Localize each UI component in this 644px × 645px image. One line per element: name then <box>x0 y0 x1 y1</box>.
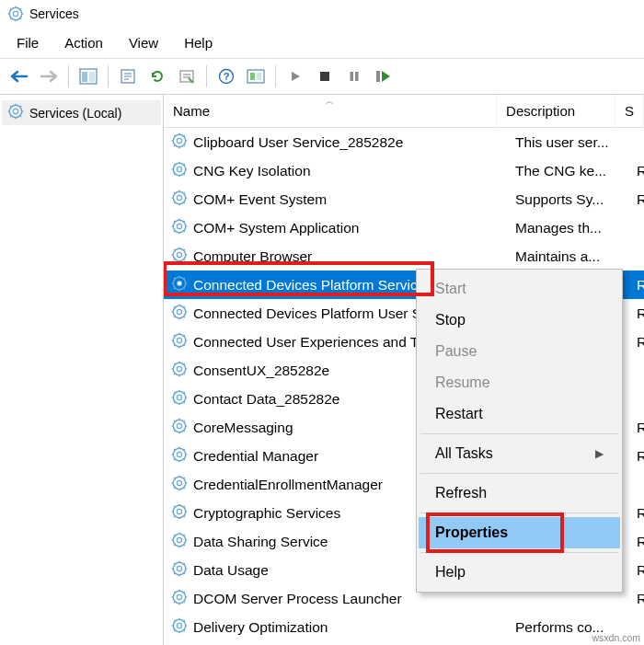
show-hide-tree-button[interactable] <box>75 63 102 90</box>
service-name: Delivery Optimization <box>193 619 328 636</box>
list-row[interactable]: COM+ System ApplicationManages th... <box>164 213 644 242</box>
ctx-resume[interactable]: Resume <box>419 367 620 398</box>
column-header-status[interactable]: S <box>615 95 644 127</box>
list-row[interactable]: COM+ Event SystemSupports Sy...R <box>164 185 644 213</box>
svg-point-35 <box>177 138 181 143</box>
svg-point-45 <box>177 167 181 171</box>
column-header-name[interactable]: Name ︿ <box>164 95 497 127</box>
svg-rect-22 <box>355 72 359 81</box>
service-name: Data Sharing Service <box>193 534 328 550</box>
gear-icon <box>171 304 188 324</box>
gear-icon <box>171 132 188 153</box>
list-row[interactable]: Computer BrowserMaintains a... <box>164 242 644 271</box>
ctx-start[interactable]: Start <box>419 273 620 305</box>
toolbar-sep-3 <box>206 65 207 87</box>
cell-name: COM+ System Application <box>164 218 506 238</box>
sidebar: Services (Local) <box>0 95 164 645</box>
cell-status: R <box>627 562 644 579</box>
main-area: Services (Local) Name ︿ Description S Cl… <box>0 95 644 645</box>
gear-icon <box>171 218 188 238</box>
list-row[interactable]: Device Association ServiceEnables pairi.… <box>164 641 644 645</box>
gear-icon <box>171 275 188 295</box>
service-name: Computer Browser <box>193 248 312 265</box>
export-list-button[interactable] <box>114 63 142 90</box>
gear-icon <box>7 103 24 122</box>
gear-icon <box>171 247 188 267</box>
services-window: Services File Action View Help ? <box>0 0 644 645</box>
ctx-pause[interactable]: Pause <box>419 336 620 367</box>
svg-point-125 <box>177 395 181 399</box>
cell-status: R <box>627 163 644 179</box>
cell-status: R <box>627 277 644 294</box>
service-name: COM+ System Application <box>193 220 359 236</box>
sort-indicator-icon: ︿ <box>326 96 334 108</box>
pause-service-button[interactable] <box>340 63 368 90</box>
svg-point-205 <box>177 623 181 628</box>
cell-name: Delivery Optimization <box>164 617 506 638</box>
cell-status: R <box>627 420 644 436</box>
restart-service-button[interactable] <box>370 63 397 90</box>
help-toolbar-button[interactable]: ? <box>213 63 240 90</box>
gear-icon <box>171 361 188 381</box>
service-name: CredentialEnrollmentManager <box>193 477 383 493</box>
refresh-button[interactable] <box>144 63 171 90</box>
svg-point-105 <box>177 338 181 342</box>
ctx-properties[interactable]: Properties <box>419 517 620 548</box>
ctx-help[interactable]: Help <box>419 557 620 588</box>
ctx-sep-4 <box>420 552 618 553</box>
column-header-description[interactable]: Description <box>497 95 615 127</box>
ctx-restart[interactable]: Restart <box>419 398 620 430</box>
menu-view[interactable]: View <box>116 31 171 54</box>
services-app-icon <box>7 6 24 22</box>
cell-status: R <box>627 505 644 522</box>
cell-status: R <box>627 534 644 550</box>
menu-file[interactable]: File <box>4 31 52 54</box>
sidebar-item-label: Services (Local) <box>29 106 121 121</box>
svg-text:?: ? <box>224 71 230 82</box>
menubar: File Action View Help <box>0 28 644 59</box>
gear-icon <box>171 503 188 524</box>
start-service-button[interactable] <box>282 63 309 90</box>
cell-name: COM+ Event System <box>164 190 506 210</box>
list-row[interactable]: Clipboard User Service_285282eThis user … <box>164 128 644 156</box>
list-row[interactable]: Delivery OptimizationPerforms co... <box>164 613 644 641</box>
svg-rect-18 <box>250 73 255 80</box>
list-header: Name ︿ Description S <box>164 95 644 128</box>
back-button[interactable] <box>6 63 33 90</box>
cell-name: Computer Browser <box>164 247 506 267</box>
svg-point-1 <box>13 11 17 16</box>
sidebar-item-services-local[interactable]: Services (Local) <box>2 100 161 125</box>
action-center-button[interactable] <box>242 63 270 90</box>
menu-action[interactable]: Action <box>52 31 116 54</box>
ctx-stop[interactable]: Stop <box>419 305 620 336</box>
list-row[interactable]: CNG Key IsolationThe CNG ke...R <box>164 156 644 185</box>
svg-point-135 <box>177 423 181 428</box>
svg-point-85 <box>177 281 181 285</box>
cell-name: Clipboard User Service_285282e <box>164 132 506 153</box>
service-name: Cryptographic Services <box>193 505 340 522</box>
gear-icon <box>171 560 188 581</box>
stop-service-button[interactable] <box>311 63 339 90</box>
service-name: COM+ Event System <box>193 191 327 208</box>
service-name: CNG Key Isolation <box>193 163 311 179</box>
cell-description: Maintains a... <box>506 248 627 265</box>
ctx-sep-2 <box>420 473 618 474</box>
svg-rect-23 <box>376 71 380 82</box>
svg-point-165 <box>177 509 181 513</box>
watermark: wsxdn.com <box>592 632 640 643</box>
svg-point-185 <box>177 566 181 570</box>
svg-point-55 <box>177 195 181 200</box>
ctx-all-tasks[interactable]: All Tasks ▶ <box>419 438 620 469</box>
forward-button[interactable] <box>35 63 63 90</box>
svg-rect-12 <box>89 72 95 82</box>
toolbar-sep-1 <box>68 65 69 87</box>
cell-name: CNG Key Isolation <box>164 161 506 181</box>
properties-toolbar-button[interactable] <box>173 63 201 90</box>
gear-icon <box>171 389 188 409</box>
submenu-arrow-icon: ▶ <box>595 447 604 460</box>
service-name: Credential Manager <box>193 448 318 465</box>
menu-help[interactable]: Help <box>171 31 225 54</box>
svg-point-175 <box>177 537 181 542</box>
ctx-sep-1 <box>420 433 618 434</box>
ctx-refresh[interactable]: Refresh <box>419 478 620 509</box>
